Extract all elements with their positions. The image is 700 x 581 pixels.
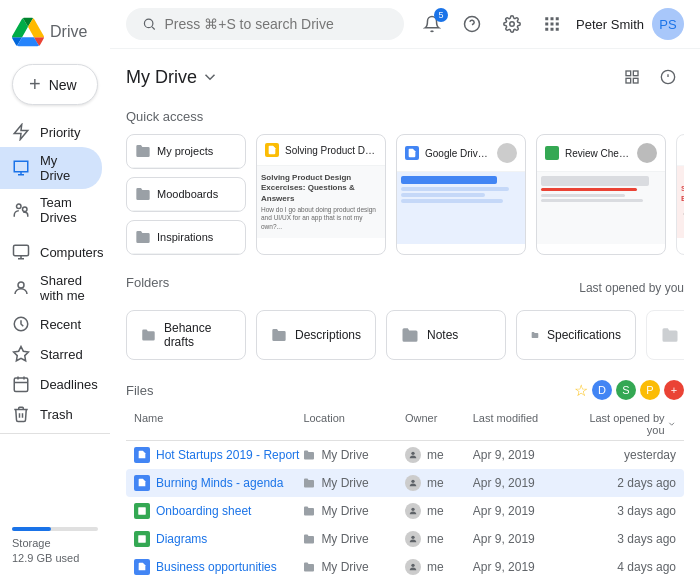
card-header: How to create a case study [677,135,684,166]
sidebar-item-team-drives[interactable]: Team Drives [0,189,102,231]
sidebar-item-computers[interactable]: Computers [0,237,102,267]
trash-icon [12,405,30,423]
table-row[interactable]: Diagrams My Drive me Apr 9, 2019 3 days … [126,525,684,553]
quick-access-inspirations[interactable]: Inspirations [126,220,246,255]
card-header: Moodboards [127,178,245,211]
computers-icon [12,243,30,261]
quick-access-solving-design[interactable]: Solving Product Design Excercises: Quest… [256,134,386,255]
folder-descriptions[interactable]: Descriptions [256,310,376,360]
quick-access-moodboards[interactable]: Moodboards [126,177,246,212]
file-doc-icon [134,447,150,463]
folder-reports[interactable]: Reports [646,310,684,360]
file-name-cell: Hot Startups 2019 - Report [134,447,303,463]
folder-name: Behance drafts [164,321,231,349]
card-user-avatar [637,143,657,163]
card-preview: Solving on Design Excercise, Answers [677,166,684,238]
sidebar-item-recent-label: Recent [40,317,81,332]
folder-name: Specifications [547,328,621,342]
notification-button[interactable]: 5 [416,8,448,40]
quick-access-my-projects[interactable]: My projects [126,134,246,169]
avatar[interactable]: PS [652,8,684,40]
apps-button[interactable] [536,8,568,40]
svg-point-3 [18,282,24,288]
svg-rect-18 [545,23,548,26]
folder-icon [661,326,679,344]
star-filter-icon[interactable]: ☆ [574,381,588,400]
my-drive-icon [12,159,30,177]
quick-access-review-checklist[interactable]: Review Checklist Template [536,134,666,255]
help-button[interactable] [456,8,488,40]
page-title-text: My Drive [126,67,197,88]
grid-view-button[interactable] [616,61,648,93]
team-drives-icon [12,201,30,219]
svg-rect-27 [633,78,638,83]
sidebar-item-deadlines[interactable]: Deadlines [0,369,102,399]
quick-access-case-study[interactable]: How to create a case study Solving on De… [676,134,684,255]
svg-marker-5 [14,347,29,361]
file-doc-icon [134,559,150,575]
folder-icon [141,326,156,344]
quick-access-google-drive[interactable]: Google Drive Improvements [396,134,526,255]
search-bar[interactable] [126,8,404,40]
svg-line-11 [152,27,155,30]
table-row[interactable]: Hot Startups 2019 - Report My Drive me A… [126,441,684,469]
file-modified-cell: Apr 9, 2019 [473,560,575,574]
storage-bar-background [12,527,98,531]
sidebar-item-priority-label: Priority [40,125,80,140]
folder-icon [135,143,151,159]
settings-button[interactable] [496,8,528,40]
location-folder-icon [303,561,315,573]
folder-specifications[interactable]: Specifications [516,310,636,360]
sidebar-item-recent[interactable]: Recent [0,309,102,339]
search-input[interactable] [165,16,389,32]
folder-notes[interactable]: Notes [386,310,506,360]
files-header: Files ☆ D S P + [126,380,684,400]
starred-icon [12,345,30,363]
docs-filter-button[interactable]: D [592,380,612,400]
sidebar-item-priority[interactable]: Priority [0,117,102,147]
sidebar-item-starred-label: Starred [40,347,83,362]
svg-rect-19 [551,23,554,26]
file-location-cell: My Drive [303,532,405,546]
svg-rect-22 [551,28,554,31]
svg-point-43 [411,536,414,539]
file-opened-cell: 2 days ago [574,476,676,490]
table-row[interactable]: Business opportunities My Drive me Apr 9… [126,553,684,581]
table-row[interactable]: Onboarding sheet My Drive me Apr 9, 2019… [126,497,684,525]
files-label: Files [126,383,153,398]
col-header-opened[interactable]: Last opened by you [574,412,676,436]
folders-header: Folders Last opened by you [126,275,684,300]
location-folder-icon [303,533,315,545]
owner-avatar [405,475,421,491]
card-header: Solving Product Design Excercises: Quest… [257,135,385,166]
folders-sort[interactable]: Last opened by you [579,281,684,295]
file-owner-cell: me [405,475,473,491]
file-name-cell: Business opportunities [134,559,303,575]
more-filter-button[interactable]: + [664,380,684,400]
storage-label: Storage [12,537,51,549]
sheets-filter-button[interactable]: S [616,380,636,400]
file-owner-cell: me [405,447,473,463]
col-header-modified: Last modified [473,412,575,436]
file-modified-cell: Apr 9, 2019 [473,504,575,518]
sidebar-item-my-drive[interactable]: My Drive [0,147,102,189]
folder-behance-drafts[interactable]: Behance drafts [126,310,246,360]
new-button[interactable]: + New [12,64,98,105]
folders-label: Folders [126,275,169,290]
page-title-icons [616,61,684,93]
file-location-cell: My Drive [303,504,405,518]
slides-filter-button[interactable]: P [640,380,660,400]
sidebar-item-deadlines-label: Deadlines [40,377,98,392]
sidebar-item-trash[interactable]: Trash [0,399,102,429]
page-title-dropdown-icon[interactable] [201,68,219,86]
help-icon [463,15,481,33]
sidebar-item-shared[interactable]: Shared with me [0,267,102,309]
table-row[interactable]: Burning Minds - agenda My Drive me Apr 9… [126,469,684,497]
storage-used: 12.9 GB used [12,552,79,564]
card-user-avatar [497,143,517,163]
notification-badge: 5 [434,8,448,22]
table-header: Name Location Owner Last modified Last o… [126,408,684,441]
svg-rect-26 [626,78,631,83]
info-button[interactable] [652,61,684,93]
sidebar-item-starred[interactable]: Starred [0,339,102,369]
